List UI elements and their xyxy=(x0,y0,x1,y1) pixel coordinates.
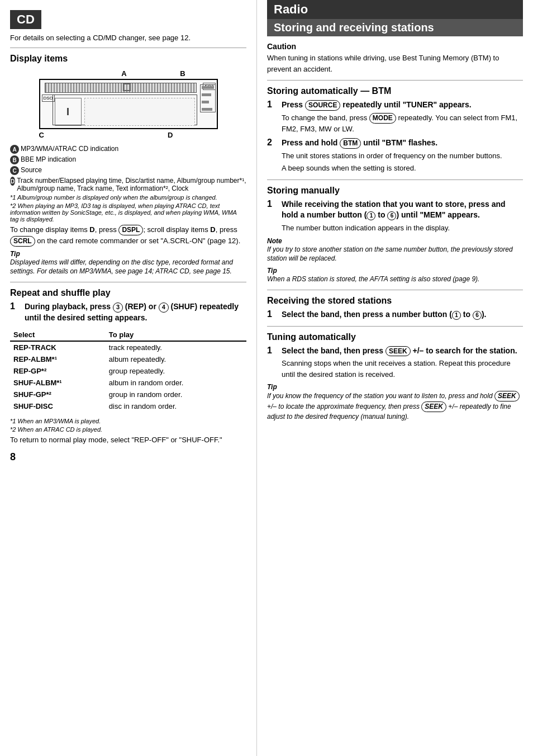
source-key: SOURCE xyxy=(305,100,340,111)
shuffle-table: Select To play REP-TRACKtrack repeatedly… xyxy=(10,329,246,412)
source-indicator-box: I xyxy=(55,98,82,126)
divider-r4 xyxy=(267,326,523,327)
radio-step-body-2b: A beep sounds when the setting is stored… xyxy=(282,163,523,174)
footnote-2: *2 When playing an MP3, ID3 tag is displ… xyxy=(10,202,246,223)
circle-6b: 6 xyxy=(473,311,482,320)
radio-step-body-2a: The unit stores stations in order of fre… xyxy=(282,150,523,162)
divider-r1 xyxy=(267,80,523,81)
radio-step-content-1: Press SOURCE repeatedly until "TUNER" ap… xyxy=(282,100,523,134)
diagram-box: DSO EQ3 I xyxy=(39,79,218,129)
divider-1 xyxy=(10,48,246,48)
legend-text-a: MP3/WMA/ATRAC CD indication xyxy=(21,145,118,153)
tuning-step-num-1: 1 xyxy=(267,346,277,356)
caution-title: Caution xyxy=(267,42,523,51)
diagram-label-a: A xyxy=(121,69,126,78)
legend-text-c: Source xyxy=(21,166,42,174)
radio-step-2: 2 Press and hold BTM until "BTM" flashes… xyxy=(267,138,523,174)
tuning-step-content-1: Select the band, then press SEEK +/– to … xyxy=(282,346,523,380)
circle-3: 3 xyxy=(113,303,123,313)
diagram-labels-bottom: C D xyxy=(39,131,218,139)
legend-circle-b: B xyxy=(10,155,19,164)
table-cell-play: group repeatedly. xyxy=(106,365,246,377)
cd-header: CD xyxy=(10,10,41,29)
radio-header-wrapper: Radio Storing and receiving stations xyxy=(267,0,523,36)
display-items-title: Display items xyxy=(10,54,246,64)
table-header-play: To play xyxy=(106,329,246,341)
table-row: SHUF-DISCdisc in random order. xyxy=(10,400,246,412)
eq-bar-3 xyxy=(202,101,209,103)
radio-step-title-1: Press SOURCE repeatedly until "TUNER" ap… xyxy=(282,100,523,111)
page: CD For details on selecting a CD/MD chan… xyxy=(0,0,533,756)
caution-text: When tuning in stations while driving, u… xyxy=(267,53,523,74)
tuning-step-body-1: Scanning stops when the unit receives a … xyxy=(282,358,523,380)
table-cell-play: disc in random order. xyxy=(106,400,246,412)
radio-step-title-2: Press and hold BTM until "BTM" flashes. xyxy=(282,138,523,149)
note-label: Note xyxy=(267,237,523,245)
diagram-circle xyxy=(123,83,131,91)
right-column: Radio Storing and receiving stations Cau… xyxy=(257,0,533,756)
diagram-label-d: D xyxy=(168,131,173,139)
table-header-select: Select xyxy=(10,329,106,341)
table-row: SHUF-ALBM*¹album in random order. xyxy=(10,377,246,389)
table-row: REP-ALBM*¹album repeatedly. xyxy=(10,353,246,365)
storing-header: Storing and receiving stations xyxy=(267,19,523,36)
table-cell-play: album repeatedly. xyxy=(106,353,246,365)
table-row: SHUF-GP*²group in random order. xyxy=(10,389,246,400)
scrl-key: SCRL xyxy=(10,236,35,247)
track-info-box xyxy=(84,98,195,126)
seek-key: SEEK xyxy=(386,346,411,357)
diagram-label-b: B xyxy=(180,69,185,78)
tip-label-2: Tip xyxy=(267,267,523,275)
table-footnote-1: *1 When an MP3/WMA is played. xyxy=(10,418,246,424)
table-cell-select: REP-GP*² xyxy=(10,365,106,377)
display-items-body: To change display items D, press DSPL; s… xyxy=(10,224,246,247)
eq-box xyxy=(200,84,216,112)
seek-key-2: SEEK xyxy=(494,391,520,401)
tip-text-2: When a RDS station is stored, the AF/TA … xyxy=(267,275,523,284)
diagram-label-c: C xyxy=(39,131,44,139)
left-column: CD For details on selecting a CD/MD chan… xyxy=(0,0,257,756)
eq-bar-4 xyxy=(202,108,213,111)
diagram-legend: A MP3/WMA/ATRAC CD indication B BBE MP i… xyxy=(10,145,246,192)
tip-label-3: Tip xyxy=(267,383,523,391)
seek-key-3: SEEK xyxy=(421,401,446,412)
table-cell-select: REP-TRACK xyxy=(10,341,106,353)
radio-step-body-1: To change the band, press MODE repeatedl… xyxy=(282,112,523,134)
manual-step-body-1: The number button indication appears in … xyxy=(282,223,523,234)
table-row: REP-GP*²group repeatedly. xyxy=(10,365,246,377)
manual-step-1: 1 While receiving the station that you w… xyxy=(267,199,523,234)
legend-item-b: B BBE MP indication xyxy=(10,155,246,164)
radio-step-num-1: 1 xyxy=(267,100,277,110)
dspl-key: DSPL xyxy=(118,225,143,235)
repeat-step-1: 1 During playback, press 3 (REP) or 4 (S… xyxy=(10,301,246,323)
legend-circle-d: D xyxy=(10,177,15,186)
receive-step-content-1: Select the band, then press a number but… xyxy=(282,309,523,320)
circle-1b: 1 xyxy=(452,311,461,320)
btm-key: BTM xyxy=(340,138,361,149)
table-cell-select: SHUF-ALBM*¹ xyxy=(10,377,106,389)
radio-step-num-2: 2 xyxy=(267,138,277,148)
cd-intro: For details on selecting a CD/MD changer… xyxy=(10,34,246,42)
repeat-shuffle-title: Repeat and shuffle play xyxy=(10,288,246,298)
radio-step-1: 1 Press SOURCE repeatedly until "TUNER" … xyxy=(267,100,523,134)
tip-label-1: Tip xyxy=(10,250,246,258)
diagram-labels-top: A B xyxy=(39,69,218,78)
eq-bar-1 xyxy=(202,86,214,89)
step-content-1: During playback, press 3 (REP) or 4 (SHU… xyxy=(25,301,246,323)
divider-r2 xyxy=(267,179,523,180)
radio-header: Radio xyxy=(267,0,523,19)
display-diagram: A B DSO EQ3 xyxy=(10,69,246,139)
legend-circle-a: A xyxy=(10,145,19,154)
receiving-title: Receiving the stored stations xyxy=(267,296,523,306)
receive-step-1: 1 Select the band, then press a number b… xyxy=(267,309,523,320)
legend-item-d: D Track number/Elapsed playing time, Dis… xyxy=(10,177,246,192)
tuning-auto-title: Tuning automatically xyxy=(267,332,523,342)
source-symbol: I xyxy=(66,106,69,118)
legend-item-a: A MP3/WMA/ATRAC CD indication xyxy=(10,145,246,154)
receive-step-num-1: 1 xyxy=(267,309,277,319)
circle-4: 4 xyxy=(159,303,169,313)
storing-auto-title: Storing automatically — BTM xyxy=(267,86,523,96)
tip-text-1: Displayed items will differ, depending o… xyxy=(10,258,246,277)
note-text: If you try to store another station on t… xyxy=(267,245,523,264)
table-footnote-2: *2 When an ATRAC CD is played. xyxy=(10,426,246,433)
